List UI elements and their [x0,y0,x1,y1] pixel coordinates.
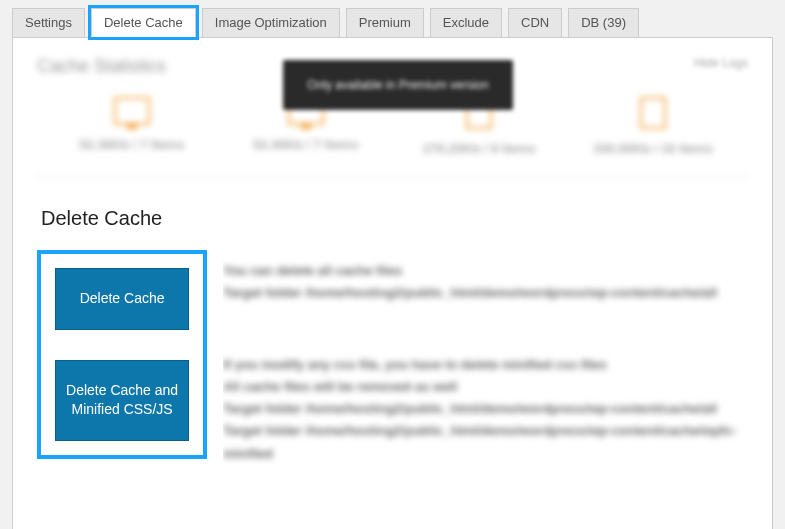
desc-delete-cache: You can delete all cache files Target fo… [223,260,748,304]
tab-bar: Settings Delete Cache Image Optimization… [12,8,773,37]
tab-delete-cache[interactable]: Delete Cache [91,8,196,37]
stat-label: 52.36Kb / 7 Items [45,137,219,152]
delete-cache-button[interactable]: Delete Cache [55,268,189,330]
stat-label: 52.40Kb / 7 Items [219,137,393,152]
stat-label: 278.20Kb / 9 Items [393,141,567,156]
desc-line: If you modify any css file, you have to … [223,354,748,376]
action-descriptions: You can delete all cache files Target fo… [223,250,748,515]
desc-delete-minified: If you modify any css file, you have to … [223,354,748,464]
section-title-delete-cache: Delete Cache [41,207,748,230]
desc-line: Target folder /home/hosting2/public_html… [223,420,748,464]
desc-line: Target folder /home/hosting2/public_html… [223,398,748,420]
panel-delete-cache: Cache Statistics Hide Logs Only availabl… [12,37,773,529]
tab-image-optimization[interactable]: Image Optimization [202,8,340,37]
tab-exclude[interactable]: Exclude [430,8,502,37]
desc-line: Target folder /home/hosting2/public_html… [223,282,748,304]
stat-desktop: 52.36Kb / 7 Items [45,97,219,156]
tab-settings[interactable]: Settings [12,8,85,37]
desc-line: You can delete all cache files [223,260,748,282]
hide-logs-link[interactable]: Hide Logs [694,56,748,70]
file-icon [640,97,666,129]
stat-total: 330.60Kb / 16 Items [566,97,740,156]
premium-tooltip: Only available in Premium version [283,60,513,110]
desc-line: All cache files will be removed as well [223,376,748,398]
action-button-group: Delete Cache Delete Cache and Minified C… [37,250,207,459]
tab-premium[interactable]: Premium [346,8,424,37]
stat-label: 330.60Kb / 16 Items [566,141,740,156]
tab-cdn[interactable]: CDN [508,8,562,37]
monitor-icon [114,97,150,125]
delete-cache-minified-button[interactable]: Delete Cache and Minified CSS/JS [55,360,189,441]
tab-db[interactable]: DB (39) [568,8,639,37]
